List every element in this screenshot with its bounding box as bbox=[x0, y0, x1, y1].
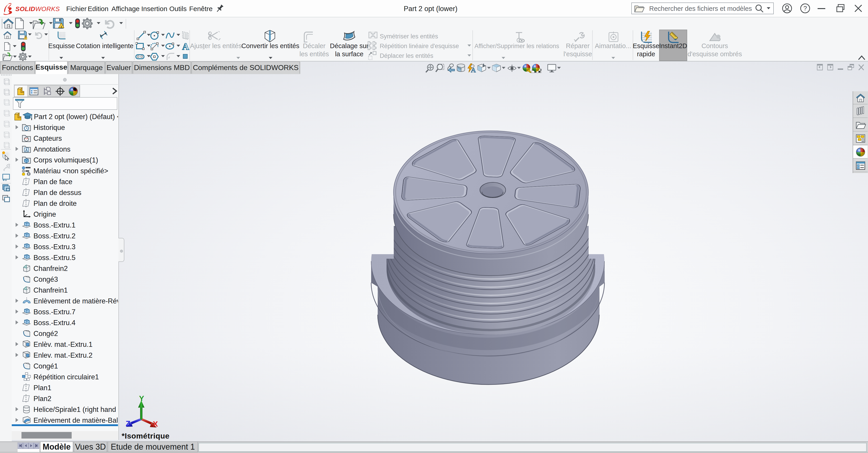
svg-text:A: A bbox=[471, 66, 476, 73]
svg-text:!: ! bbox=[61, 25, 62, 29]
svg-text:A: A bbox=[25, 148, 28, 152]
svg-text:!: ! bbox=[25, 36, 26, 39]
svg-text:SOLIDWORKS: SOLIDWORKS bbox=[16, 5, 60, 12]
svg-text:?: ? bbox=[803, 5, 807, 12]
